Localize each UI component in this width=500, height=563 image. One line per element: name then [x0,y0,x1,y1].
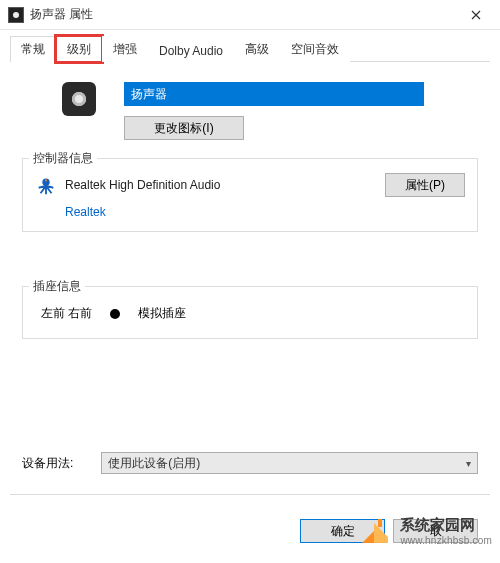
footer-separator [10,494,490,495]
jack-color-dot [110,309,120,319]
watermark-name: 系统家园网 [400,516,492,535]
tab-general[interactable]: 常规 [10,36,56,62]
tab-label: 级别 [67,42,91,56]
tab-label: 增强 [113,42,137,56]
jack-type: 模拟插座 [138,305,186,322]
svg-rect-2 [378,519,382,527]
app-icon [8,7,24,23]
tab-label: 高级 [245,42,269,56]
close-button[interactable] [453,0,498,30]
tab-dolby[interactable]: Dolby Audio [148,39,234,62]
jack-position: 左前 右前 [41,305,92,322]
content: 更改图标(I) 控制器信息 Realtek High Definition Au… [0,62,500,339]
tab-advanced[interactable]: 高级 [234,36,280,62]
tab-spatial[interactable]: 空间音效 [280,36,350,62]
tab-strip: 常规 级别 增强 Dolby Audio 高级 空间音效 [0,30,500,62]
watermark: 系统家园网 www.hnzkhbsb.com [356,513,492,549]
usage-label: 设备用法: [22,455,73,472]
tab-label: 空间音效 [291,42,339,56]
controller-properties-button[interactable]: 属性(P) [385,173,465,197]
change-icon-button[interactable]: 更改图标(I) [124,116,244,140]
vendor-link[interactable]: Realtek [65,205,106,219]
controller-group: 控制器信息 Realtek High Definition Audio 属性(P… [22,158,478,232]
speaker-icon [62,82,96,116]
tab-label: 常规 [21,42,45,56]
titlebar: 扬声器 属性 [0,0,500,30]
jack-group-title: 插座信息 [29,278,85,295]
controller-name: Realtek High Definition Audio [65,178,385,192]
tab-label: Dolby Audio [159,44,223,58]
tab-enhance[interactable]: 增强 [102,36,148,62]
usage-row: 设备用法: 使用此设备(启用) ▾ [22,452,478,474]
usage-value: 使用此设备(启用) [108,455,200,472]
device-name-input[interactable] [124,82,424,106]
jack-group: 插座信息 左前 右前 模拟插座 [22,286,478,339]
watermark-text: 系统家园网 www.hnzkhbsb.com [400,516,492,546]
watermark-icon [356,513,392,549]
window-title: 扬声器 属性 [30,6,453,23]
controller-row: Realtek High Definition Audio 属性(P) [35,173,465,197]
tab-levels[interactable]: 级别 [56,36,102,62]
chevron-down-icon: ▾ [466,458,471,469]
usage-select[interactable]: 使用此设备(启用) ▾ [101,452,478,474]
watermark-url: www.hnzkhbsb.com [400,535,492,546]
realtek-icon [35,174,57,196]
jack-row: 左前 右前 模拟插座 [35,301,465,326]
controller-group-title: 控制器信息 [29,150,97,167]
device-name-column: 更改图标(I) [124,82,478,140]
svg-point-1 [45,179,47,181]
device-header-row: 更改图标(I) [22,82,478,140]
close-icon [471,10,481,20]
